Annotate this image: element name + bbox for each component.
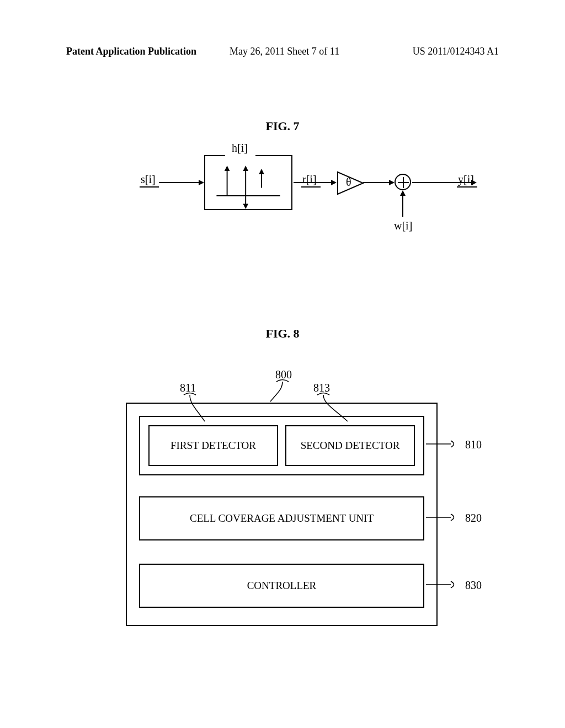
label-h: h[i] — [232, 142, 248, 154]
page-header: Patent Application Publication May 26, 2… — [66, 46, 499, 57]
arrow-h-to-amp — [294, 182, 335, 183]
lead-810 — [426, 436, 465, 454]
arrow-sum-to-y — [412, 182, 476, 183]
header-right: US 2011/0124343 A1 — [413, 46, 499, 57]
svg-marker-1 — [225, 165, 230, 171]
fig8-diagram: 800 811 813 FIRST DETECTOR SECOND DETECT… — [0, 358, 565, 645]
amplifier-theta — [337, 171, 364, 197]
underline-y — [457, 186, 477, 188]
block-813-second-detector: SECOND DETECTOR — [285, 425, 415, 466]
channel-box-h — [204, 155, 292, 210]
underline-s — [140, 186, 159, 188]
lead-820 — [426, 509, 465, 528]
block-820-cell-coverage-adjustment-unit: CELL COVERAGE ADJUSTMENT UNIT — [139, 496, 424, 540]
fig8-title: FIG. 8 — [0, 326, 565, 341]
block-830-controller: CONTROLLER — [139, 564, 424, 608]
arrow-amp-to-sum — [363, 182, 393, 183]
svg-marker-8 — [338, 172, 363, 194]
header-left: Patent Application Publication — [66, 46, 196, 57]
hbox-top-gap — [225, 154, 255, 156]
summation-node — [395, 174, 411, 190]
label-s: s[i] — [141, 173, 156, 186]
svg-marker-3 — [243, 165, 248, 171]
block-800-outer: FIRST DETECTOR SECOND DETECTOR CELL COVE… — [126, 403, 438, 626]
svg-marker-6 — [259, 169, 264, 174]
ref-820: 820 — [465, 512, 482, 524]
label-r: r[i] — [302, 173, 317, 186]
arrow-s-to-h — [159, 182, 203, 183]
header-center: May 26, 2011 Sheet 7 of 11 — [230, 46, 339, 57]
ref-830: 830 — [465, 579, 482, 592]
svg-marker-4 — [243, 204, 248, 209]
arrow-w-to-sum — [402, 191, 403, 217]
fig7-title: FIG. 7 — [0, 119, 565, 133]
block-810-detector-row: FIRST DETECTOR SECOND DETECTOR — [139, 416, 424, 475]
underline-r — [301, 186, 321, 188]
fig7-diagram: s[i] h[i] r[i] θ w[i] y[i] — [0, 136, 565, 274]
ref-810: 810 — [465, 438, 482, 451]
label-w: w[i] — [394, 220, 412, 232]
block-811-first-detector: FIRST DETECTOR — [148, 425, 278, 466]
lead-830 — [426, 576, 465, 595]
